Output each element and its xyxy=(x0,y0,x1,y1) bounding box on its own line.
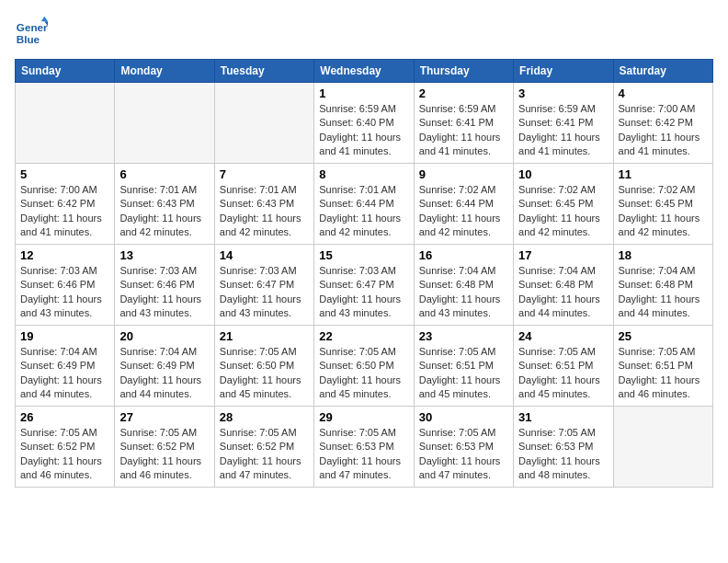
day-number: 17 xyxy=(518,248,608,262)
day-number: 26 xyxy=(20,410,109,424)
day-info: Sunrise: 7:03 AMSunset: 6:46 PMDaylight:… xyxy=(119,264,209,321)
calendar-week-row: 26Sunrise: 7:05 AMSunset: 6:52 PMDayligh… xyxy=(16,407,713,488)
day-info: Sunrise: 7:05 AMSunset: 6:51 PMDaylight:… xyxy=(419,345,508,402)
calendar-day-cell: 6Sunrise: 7:01 AMSunset: 6:43 PMDaylight… xyxy=(115,164,214,245)
calendar-day-cell: 23Sunrise: 7:05 AMSunset: 6:51 PMDayligh… xyxy=(414,326,513,407)
day-number: 25 xyxy=(619,329,708,343)
day-number: 7 xyxy=(220,167,309,181)
logo-icon: General Blue xyxy=(15,15,48,48)
calendar-day-cell: 26Sunrise: 7:05 AMSunset: 6:52 PMDayligh… xyxy=(16,407,115,488)
day-number: 14 xyxy=(220,248,309,262)
calendar-day-cell: 3Sunrise: 6:59 AMSunset: 6:41 PMDaylight… xyxy=(514,83,613,164)
calendar-week-row: 12Sunrise: 7:03 AMSunset: 6:46 PMDayligh… xyxy=(16,245,713,326)
day-number: 19 xyxy=(20,329,109,343)
calendar-day-cell: 10Sunrise: 7:02 AMSunset: 6:45 PMDayligh… xyxy=(514,164,613,245)
calendar-day-cell: 14Sunrise: 7:03 AMSunset: 6:47 PMDayligh… xyxy=(214,245,313,326)
calendar-day-cell xyxy=(613,407,712,488)
day-number: 27 xyxy=(119,410,209,424)
calendar-day-cell xyxy=(115,83,214,164)
logo: General Blue xyxy=(15,15,48,48)
svg-text:Blue: Blue xyxy=(17,33,40,45)
calendar-day-cell: 12Sunrise: 7:03 AMSunset: 6:46 PMDayligh… xyxy=(16,245,115,326)
calendar-day-cell: 31Sunrise: 7:05 AMSunset: 6:53 PMDayligh… xyxy=(514,407,613,488)
day-info: Sunrise: 7:05 AMSunset: 6:51 PMDaylight:… xyxy=(619,345,708,402)
svg-marker-2 xyxy=(41,17,48,21)
calendar-day-cell: 11Sunrise: 7:02 AMSunset: 6:45 PMDayligh… xyxy=(613,164,712,245)
day-info: Sunrise: 7:01 AMSunset: 6:43 PMDaylight:… xyxy=(119,183,209,240)
day-number: 30 xyxy=(419,410,508,424)
weekday-header: Tuesday xyxy=(214,60,313,83)
day-number: 28 xyxy=(220,410,309,424)
calendar-day-cell: 1Sunrise: 6:59 AMSunset: 6:40 PMDaylight… xyxy=(314,83,414,164)
day-number: 5 xyxy=(20,167,109,181)
day-info: Sunrise: 7:02 AMSunset: 6:45 PMDaylight:… xyxy=(518,183,608,240)
calendar-day-cell: 13Sunrise: 7:03 AMSunset: 6:46 PMDayligh… xyxy=(115,245,214,326)
calendar-day-cell: 20Sunrise: 7:04 AMSunset: 6:49 PMDayligh… xyxy=(115,326,214,407)
day-info: Sunrise: 7:04 AMSunset: 6:48 PMDaylight:… xyxy=(619,264,708,321)
day-info: Sunrise: 7:02 AMSunset: 6:45 PMDaylight:… xyxy=(619,183,708,240)
day-info: Sunrise: 7:03 AMSunset: 6:47 PMDaylight:… xyxy=(319,264,408,321)
day-number: 3 xyxy=(518,86,608,100)
weekday-header: Thursday xyxy=(414,60,513,83)
calendar-day-cell: 4Sunrise: 7:00 AMSunset: 6:42 PMDaylight… xyxy=(613,83,712,164)
day-info: Sunrise: 7:05 AMSunset: 6:53 PMDaylight:… xyxy=(518,426,608,483)
day-number: 4 xyxy=(619,86,708,100)
day-info: Sunrise: 7:05 AMSunset: 6:53 PMDaylight:… xyxy=(419,426,508,483)
day-info: Sunrise: 7:05 AMSunset: 6:50 PMDaylight:… xyxy=(220,345,309,402)
weekday-header: Sunday xyxy=(16,60,115,83)
weekday-header: Saturday xyxy=(613,60,712,83)
day-info: Sunrise: 6:59 AMSunset: 6:41 PMDaylight:… xyxy=(419,102,508,159)
calendar-day-cell xyxy=(214,83,313,164)
day-info: Sunrise: 7:01 AMSunset: 6:44 PMDaylight:… xyxy=(319,183,408,240)
day-number: 12 xyxy=(20,248,109,262)
day-number: 16 xyxy=(419,248,508,262)
day-info: Sunrise: 7:04 AMSunset: 6:48 PMDaylight:… xyxy=(419,264,508,321)
day-number: 13 xyxy=(119,248,209,262)
day-info: Sunrise: 7:05 AMSunset: 6:51 PMDaylight:… xyxy=(518,345,608,402)
day-number: 22 xyxy=(319,329,408,343)
calendar-day-cell: 15Sunrise: 7:03 AMSunset: 6:47 PMDayligh… xyxy=(314,245,414,326)
day-info: Sunrise: 7:00 AMSunset: 6:42 PMDaylight:… xyxy=(20,183,109,240)
weekday-header: Wednesday xyxy=(314,60,414,83)
calendar-day-cell: 24Sunrise: 7:05 AMSunset: 6:51 PMDayligh… xyxy=(514,326,613,407)
day-info: Sunrise: 7:01 AMSunset: 6:43 PMDaylight:… xyxy=(220,183,309,240)
calendar-day-cell: 16Sunrise: 7:04 AMSunset: 6:48 PMDayligh… xyxy=(414,245,513,326)
calendar-week-row: 1Sunrise: 6:59 AMSunset: 6:40 PMDaylight… xyxy=(16,83,713,164)
day-info: Sunrise: 7:04 AMSunset: 6:49 PMDaylight:… xyxy=(119,345,209,402)
day-info: Sunrise: 7:03 AMSunset: 6:47 PMDaylight:… xyxy=(220,264,309,321)
day-info: Sunrise: 6:59 AMSunset: 6:41 PMDaylight:… xyxy=(518,102,608,159)
calendar-day-cell: 5Sunrise: 7:00 AMSunset: 6:42 PMDaylight… xyxy=(16,164,115,245)
day-number: 9 xyxy=(419,167,508,181)
day-number: 11 xyxy=(619,167,708,181)
calendar-day-cell: 27Sunrise: 7:05 AMSunset: 6:52 PMDayligh… xyxy=(115,407,214,488)
calendar-day-cell: 28Sunrise: 7:05 AMSunset: 6:52 PMDayligh… xyxy=(214,407,313,488)
calendar-day-cell: 29Sunrise: 7:05 AMSunset: 6:53 PMDayligh… xyxy=(314,407,414,488)
calendar-day-cell: 18Sunrise: 7:04 AMSunset: 6:48 PMDayligh… xyxy=(613,245,712,326)
day-info: Sunrise: 7:05 AMSunset: 6:53 PMDaylight:… xyxy=(319,426,408,483)
day-info: Sunrise: 7:02 AMSunset: 6:44 PMDaylight:… xyxy=(419,183,508,240)
day-info: Sunrise: 7:04 AMSunset: 6:49 PMDaylight:… xyxy=(20,345,109,402)
day-info: Sunrise: 7:05 AMSunset: 6:52 PMDaylight:… xyxy=(20,426,109,483)
day-info: Sunrise: 7:05 AMSunset: 6:50 PMDaylight:… xyxy=(319,345,408,402)
day-number: 18 xyxy=(619,248,708,262)
calendar-day-cell: 19Sunrise: 7:04 AMSunset: 6:49 PMDayligh… xyxy=(16,326,115,407)
day-info: Sunrise: 7:05 AMSunset: 6:52 PMDaylight:… xyxy=(220,426,309,483)
day-number: 31 xyxy=(518,410,608,424)
day-number: 6 xyxy=(119,167,209,181)
page-header: General Blue xyxy=(15,15,713,48)
calendar-day-cell: 22Sunrise: 7:05 AMSunset: 6:50 PMDayligh… xyxy=(314,326,414,407)
day-number: 24 xyxy=(518,329,608,343)
day-number: 29 xyxy=(319,410,408,424)
day-info: Sunrise: 7:05 AMSunset: 6:52 PMDaylight:… xyxy=(119,426,209,483)
calendar-day-cell: 25Sunrise: 7:05 AMSunset: 6:51 PMDayligh… xyxy=(613,326,712,407)
day-number: 15 xyxy=(319,248,408,262)
day-number: 20 xyxy=(119,329,209,343)
day-number: 23 xyxy=(419,329,508,343)
day-info: Sunrise: 7:03 AMSunset: 6:46 PMDaylight:… xyxy=(20,264,109,321)
day-number: 10 xyxy=(518,167,608,181)
calendar-week-row: 5Sunrise: 7:00 AMSunset: 6:42 PMDaylight… xyxy=(16,164,713,245)
calendar-day-cell xyxy=(16,83,115,164)
calendar-day-cell: 21Sunrise: 7:05 AMSunset: 6:50 PMDayligh… xyxy=(214,326,313,407)
day-number: 1 xyxy=(319,86,408,100)
calendar-day-cell: 17Sunrise: 7:04 AMSunset: 6:48 PMDayligh… xyxy=(514,245,613,326)
